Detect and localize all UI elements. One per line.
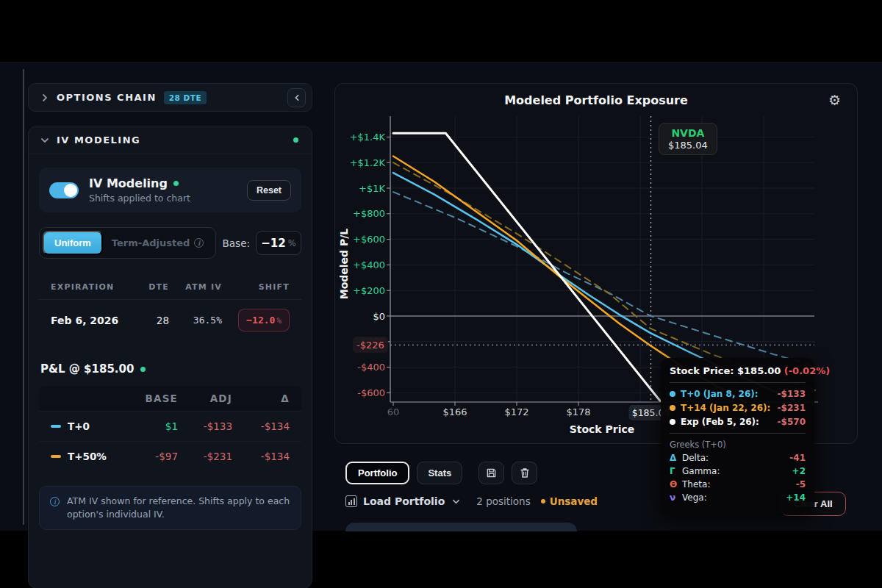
- greek-name: Delta:: [682, 453, 709, 463]
- t0-line-swatch: [51, 425, 61, 428]
- t0-dot-icon: [670, 391, 675, 397]
- base-shift-unit: %: [288, 238, 296, 248]
- base-pnl: $1: [126, 420, 178, 432]
- save-button[interactable]: [478, 462, 504, 484]
- options-chain-title: OPTIONS CHAIN: [57, 92, 157, 103]
- series-label: Exp (Feb 5, 26):: [681, 417, 759, 427]
- reset-button[interactable]: Reset: [247, 180, 291, 201]
- theta-icon: Θ: [670, 479, 677, 490]
- greek-value: +2: [792, 466, 806, 476]
- col-expiration: EXPIRATION: [51, 282, 131, 292]
- mode-uniform-button[interactable]: Uniform: [43, 231, 103, 255]
- scrollbar[interactable]: [23, 69, 24, 525]
- svg-text:$166: $166: [442, 406, 467, 417]
- series-label: T+14 (Jan 22, 26):: [681, 403, 770, 413]
- greek-value: +14: [786, 492, 806, 503]
- greek-row: Θ Theta: -5: [670, 479, 806, 490]
- portfolio-status-row: Load Portfolio 2 positions Unsaved: [345, 495, 598, 507]
- mode-term-adjusted-button[interactable]: Term-Adjusted i: [103, 232, 212, 254]
- col-atm-iv: ATM IV: [169, 282, 222, 292]
- svg-text:60: 60: [387, 406, 400, 417]
- svg-text:-$400: -$400: [357, 362, 385, 373]
- pnl-row-name: T+0: [68, 420, 90, 432]
- greek-name: Theta:: [682, 479, 710, 490]
- greek-value: -5: [796, 479, 806, 490]
- positions-count: 2 positions: [476, 495, 530, 507]
- pnl-row-name: T+50%: [68, 451, 107, 462]
- svg-text:-$226: -$226: [356, 340, 384, 351]
- svg-text:+$400: +$400: [353, 259, 385, 270]
- svg-text:+$1.2K: +$1.2K: [350, 157, 386, 168]
- series-value: -$231: [778, 403, 806, 413]
- tab-stats[interactable]: Stats: [417, 462, 462, 484]
- tooltip-stock-price: Stock Price: $185.00: [670, 365, 784, 376]
- tooltip-series-row: T+14 (Jan 22, 26): -$231: [670, 403, 806, 413]
- unsaved-label: Unsaved: [550, 495, 598, 507]
- info-icon: i: [50, 497, 60, 506]
- series-value: -$133: [778, 389, 806, 399]
- base-shift-input[interactable]: −12 %: [256, 231, 301, 255]
- col-base: BASE: [126, 392, 178, 404]
- t14-dot-icon: [670, 405, 675, 411]
- chevron-left-icon: [293, 94, 301, 101]
- atm-iv-value: 36.5%: [169, 315, 222, 326]
- ticker-price-tag: NVDA $185.04: [659, 123, 717, 155]
- pnl-live-dot: [140, 367, 146, 372]
- load-portfolio-button[interactable]: Load Portfolio: [363, 495, 445, 507]
- chevron-down-icon[interactable]: [452, 498, 460, 506]
- col-shift: SHIFT: [222, 282, 290, 292]
- iv-modeling-toggle-title: IV Modeling: [89, 176, 168, 190]
- greek-name: Gamma:: [682, 466, 720, 476]
- bar-chart-icon: [345, 495, 357, 507]
- options-chain-header[interactable]: OPTIONS CHAIN 28 DTE: [28, 83, 312, 112]
- iv-active-dot: [173, 181, 179, 186]
- tooltip-series-row: T+0 (Jan 8, 26): -$133: [670, 389, 806, 399]
- active-status-dot: [293, 137, 298, 143]
- dte-badge: 28 DTE: [164, 91, 207, 104]
- tab-portfolio[interactable]: Portfolio: [345, 462, 409, 484]
- iv-modeling-toggle[interactable]: [49, 182, 79, 198]
- svg-text:+$800: +$800: [353, 208, 385, 219]
- iv-modeling-subtitle: Shifts applied to chart: [89, 193, 190, 204]
- atm-iv-note: i ATM IV shown for reference. Shifts app…: [39, 486, 301, 530]
- info-icon: i: [194, 238, 204, 248]
- screen: OPTIONS CHAIN 28 DTE IV MODELING IV Mode…: [0, 0, 882, 588]
- gamma-icon: Γ: [670, 466, 677, 476]
- col-blank: [51, 392, 126, 404]
- greeks-title: Greeks (T+0): [670, 440, 806, 450]
- vega-icon: ν: [670, 492, 677, 503]
- unsaved-status: Unsaved: [541, 495, 598, 507]
- expiration-date: Feb 6, 2026: [51, 315, 131, 326]
- greek-row: Γ Gamma: +2: [670, 466, 806, 476]
- table-row[interactable]: Feb 6, 2026 28 36.5% −12.0 %: [39, 300, 301, 340]
- trash-icon: [520, 467, 530, 478]
- greek-row: ν Vega: +14: [670, 492, 806, 503]
- shift-unit: %: [276, 316, 282, 326]
- delete-button[interactable]: [512, 462, 537, 484]
- tooltip-series-row: Exp (Feb 5, 26): -$570: [670, 417, 806, 427]
- col-delta: Δ: [232, 392, 290, 404]
- shift-value-badge[interactable]: −12.0 %: [238, 309, 290, 331]
- unsaved-dot: [541, 499, 545, 503]
- adj-pnl: -$133: [178, 420, 232, 432]
- greek-row: Δ Delta: -41: [670, 453, 806, 463]
- chevron-right-icon: [40, 93, 49, 102]
- table-row[interactable]: T+50% -$97 -$231 -$134: [39, 441, 301, 471]
- positions-panel-edge[interactable]: [345, 523, 577, 531]
- note-text: ATM IV shown for reference. Shifts apply…: [67, 495, 290, 521]
- col-dte: DTE: [131, 282, 169, 292]
- table-row[interactable]: T+0 $1 -$133 -$134: [39, 411, 301, 441]
- svg-text:$172: $172: [504, 406, 528, 417]
- col-adj: ADJ: [178, 392, 232, 404]
- iv-modeling-section-header[interactable]: IV MODELING: [29, 126, 312, 154]
- collapse-panel-button[interactable]: [287, 88, 306, 107]
- greek-name: Vega:: [682, 492, 707, 503]
- pnl-table: BASE ADJ Δ T+0 $1 -$133 -$134 T+50% -$97…: [39, 386, 301, 471]
- svg-text:-$600: -$600: [357, 387, 385, 398]
- svg-text:+$200: +$200: [353, 285, 385, 296]
- app-window: OPTIONS CHAIN 28 DTE IV MODELING IV Mode…: [0, 62, 882, 531]
- svg-text:Stock Price: Stock Price: [570, 423, 635, 435]
- series-value: -$570: [778, 417, 806, 427]
- iv-modeling-toggle-card: IV Modeling Shifts applied to chart Rese…: [39, 168, 301, 212]
- delta-pnl: -$134: [232, 451, 290, 462]
